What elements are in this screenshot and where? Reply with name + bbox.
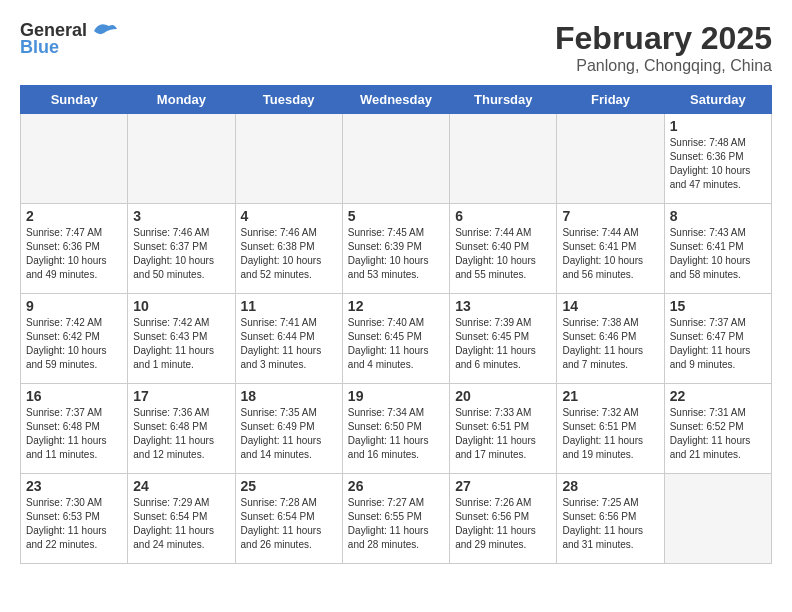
day-info: Sunrise: 7:32 AM Sunset: 6:51 PM Dayligh…	[562, 406, 658, 462]
day-cell: 1Sunrise: 7:48 AM Sunset: 6:36 PM Daylig…	[664, 114, 771, 204]
day-number: 12	[348, 298, 444, 314]
logo: General Blue	[20, 20, 119, 58]
day-number: 3	[133, 208, 229, 224]
day-cell: 6Sunrise: 7:44 AM Sunset: 6:40 PM Daylig…	[450, 204, 557, 294]
day-info: Sunrise: 7:38 AM Sunset: 6:46 PM Dayligh…	[562, 316, 658, 372]
day-number: 15	[670, 298, 766, 314]
day-cell	[342, 114, 449, 204]
day-header-row: SundayMondayTuesdayWednesdayThursdayFrid…	[21, 86, 772, 114]
day-info: Sunrise: 7:41 AM Sunset: 6:44 PM Dayligh…	[241, 316, 337, 372]
day-cell: 28Sunrise: 7:25 AM Sunset: 6:56 PM Dayli…	[557, 474, 664, 564]
day-cell: 15Sunrise: 7:37 AM Sunset: 6:47 PM Dayli…	[664, 294, 771, 384]
day-cell: 19Sunrise: 7:34 AM Sunset: 6:50 PM Dayli…	[342, 384, 449, 474]
day-info: Sunrise: 7:35 AM Sunset: 6:49 PM Dayligh…	[241, 406, 337, 462]
day-info: Sunrise: 7:36 AM Sunset: 6:48 PM Dayligh…	[133, 406, 229, 462]
day-cell: 14Sunrise: 7:38 AM Sunset: 6:46 PM Dayli…	[557, 294, 664, 384]
day-number: 2	[26, 208, 122, 224]
day-number: 9	[26, 298, 122, 314]
day-info: Sunrise: 7:44 AM Sunset: 6:40 PM Dayligh…	[455, 226, 551, 282]
week-row-3: 16Sunrise: 7:37 AM Sunset: 6:48 PM Dayli…	[21, 384, 772, 474]
day-info: Sunrise: 7:39 AM Sunset: 6:45 PM Dayligh…	[455, 316, 551, 372]
day-header-saturday: Saturday	[664, 86, 771, 114]
day-number: 26	[348, 478, 444, 494]
day-header-friday: Friday	[557, 86, 664, 114]
week-row-2: 9Sunrise: 7:42 AM Sunset: 6:42 PM Daylig…	[21, 294, 772, 384]
day-cell: 20Sunrise: 7:33 AM Sunset: 6:51 PM Dayli…	[450, 384, 557, 474]
calendar-title: February 2025	[555, 20, 772, 57]
day-cell: 25Sunrise: 7:28 AM Sunset: 6:54 PM Dayli…	[235, 474, 342, 564]
calendar-table: SundayMondayTuesdayWednesdayThursdayFrid…	[20, 85, 772, 564]
day-cell: 9Sunrise: 7:42 AM Sunset: 6:42 PM Daylig…	[21, 294, 128, 384]
day-cell: 21Sunrise: 7:32 AM Sunset: 6:51 PM Dayli…	[557, 384, 664, 474]
day-number: 13	[455, 298, 551, 314]
day-cell: 13Sunrise: 7:39 AM Sunset: 6:45 PM Dayli…	[450, 294, 557, 384]
calendar-body: 1Sunrise: 7:48 AM Sunset: 6:36 PM Daylig…	[21, 114, 772, 564]
day-cell	[664, 474, 771, 564]
week-row-0: 1Sunrise: 7:48 AM Sunset: 6:36 PM Daylig…	[21, 114, 772, 204]
day-number: 14	[562, 298, 658, 314]
day-cell: 26Sunrise: 7:27 AM Sunset: 6:55 PM Dayli…	[342, 474, 449, 564]
logo-bird-icon	[89, 21, 119, 41]
day-cell: 23Sunrise: 7:30 AM Sunset: 6:53 PM Dayli…	[21, 474, 128, 564]
day-cell: 17Sunrise: 7:36 AM Sunset: 6:48 PM Dayli…	[128, 384, 235, 474]
day-cell: 2Sunrise: 7:47 AM Sunset: 6:36 PM Daylig…	[21, 204, 128, 294]
day-number: 1	[670, 118, 766, 134]
day-cell: 12Sunrise: 7:40 AM Sunset: 6:45 PM Dayli…	[342, 294, 449, 384]
day-number: 8	[670, 208, 766, 224]
day-info: Sunrise: 7:47 AM Sunset: 6:36 PM Dayligh…	[26, 226, 122, 282]
day-number: 28	[562, 478, 658, 494]
day-cell	[128, 114, 235, 204]
day-number: 10	[133, 298, 229, 314]
day-cell	[557, 114, 664, 204]
day-info: Sunrise: 7:45 AM Sunset: 6:39 PM Dayligh…	[348, 226, 444, 282]
day-cell: 10Sunrise: 7:42 AM Sunset: 6:43 PM Dayli…	[128, 294, 235, 384]
day-number: 11	[241, 298, 337, 314]
day-cell: 5Sunrise: 7:45 AM Sunset: 6:39 PM Daylig…	[342, 204, 449, 294]
day-info: Sunrise: 7:37 AM Sunset: 6:48 PM Dayligh…	[26, 406, 122, 462]
day-cell: 4Sunrise: 7:46 AM Sunset: 6:38 PM Daylig…	[235, 204, 342, 294]
day-info: Sunrise: 7:37 AM Sunset: 6:47 PM Dayligh…	[670, 316, 766, 372]
day-header-thursday: Thursday	[450, 86, 557, 114]
day-info: Sunrise: 7:31 AM Sunset: 6:52 PM Dayligh…	[670, 406, 766, 462]
day-header-tuesday: Tuesday	[235, 86, 342, 114]
day-info: Sunrise: 7:42 AM Sunset: 6:42 PM Dayligh…	[26, 316, 122, 372]
day-cell: 24Sunrise: 7:29 AM Sunset: 6:54 PM Dayli…	[128, 474, 235, 564]
day-number: 17	[133, 388, 229, 404]
week-row-1: 2Sunrise: 7:47 AM Sunset: 6:36 PM Daylig…	[21, 204, 772, 294]
day-info: Sunrise: 7:44 AM Sunset: 6:41 PM Dayligh…	[562, 226, 658, 282]
day-number: 25	[241, 478, 337, 494]
day-info: Sunrise: 7:48 AM Sunset: 6:36 PM Dayligh…	[670, 136, 766, 192]
day-cell	[21, 114, 128, 204]
day-cell: 16Sunrise: 7:37 AM Sunset: 6:48 PM Dayli…	[21, 384, 128, 474]
day-info: Sunrise: 7:42 AM Sunset: 6:43 PM Dayligh…	[133, 316, 229, 372]
day-header-wednesday: Wednesday	[342, 86, 449, 114]
calendar-header: General Blue February 2025 Panlong, Chon…	[20, 20, 772, 75]
day-number: 23	[26, 478, 122, 494]
day-number: 20	[455, 388, 551, 404]
day-number: 24	[133, 478, 229, 494]
day-cell: 11Sunrise: 7:41 AM Sunset: 6:44 PM Dayli…	[235, 294, 342, 384]
day-cell	[235, 114, 342, 204]
day-header-monday: Monday	[128, 86, 235, 114]
day-info: Sunrise: 7:30 AM Sunset: 6:53 PM Dayligh…	[26, 496, 122, 552]
day-info: Sunrise: 7:34 AM Sunset: 6:50 PM Dayligh…	[348, 406, 444, 462]
day-number: 5	[348, 208, 444, 224]
day-info: Sunrise: 7:46 AM Sunset: 6:38 PM Dayligh…	[241, 226, 337, 282]
day-info: Sunrise: 7:33 AM Sunset: 6:51 PM Dayligh…	[455, 406, 551, 462]
day-info: Sunrise: 7:28 AM Sunset: 6:54 PM Dayligh…	[241, 496, 337, 552]
day-cell: 8Sunrise: 7:43 AM Sunset: 6:41 PM Daylig…	[664, 204, 771, 294]
day-number: 18	[241, 388, 337, 404]
day-number: 4	[241, 208, 337, 224]
day-info: Sunrise: 7:27 AM Sunset: 6:55 PM Dayligh…	[348, 496, 444, 552]
day-info: Sunrise: 7:46 AM Sunset: 6:37 PM Dayligh…	[133, 226, 229, 282]
day-cell: 27Sunrise: 7:26 AM Sunset: 6:56 PM Dayli…	[450, 474, 557, 564]
day-info: Sunrise: 7:26 AM Sunset: 6:56 PM Dayligh…	[455, 496, 551, 552]
week-row-4: 23Sunrise: 7:30 AM Sunset: 6:53 PM Dayli…	[21, 474, 772, 564]
day-number: 19	[348, 388, 444, 404]
day-info: Sunrise: 7:29 AM Sunset: 6:54 PM Dayligh…	[133, 496, 229, 552]
day-cell: 18Sunrise: 7:35 AM Sunset: 6:49 PM Dayli…	[235, 384, 342, 474]
day-header-sunday: Sunday	[21, 86, 128, 114]
day-cell: 22Sunrise: 7:31 AM Sunset: 6:52 PM Dayli…	[664, 384, 771, 474]
calendar-subtitle: Panlong, Chongqing, China	[555, 57, 772, 75]
day-number: 7	[562, 208, 658, 224]
